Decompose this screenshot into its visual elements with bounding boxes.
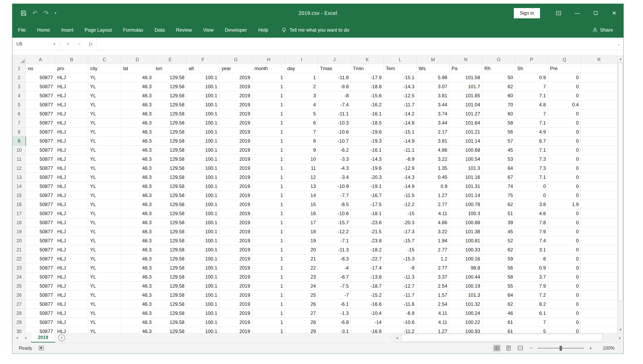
column-header-E[interactable]: E — [154, 56, 187, 64]
cell-H16[interactable]: 1 — [252, 200, 285, 209]
cell-H10[interactable]: 1 — [252, 146, 285, 155]
cell-O11[interactable]: 53 — [482, 155, 515, 164]
cell-C23[interactable]: YL — [88, 264, 121, 272]
column-header-M[interactable]: M — [417, 56, 449, 64]
row-header-8[interactable]: 8 — [13, 128, 26, 136]
column-header-H[interactable]: H — [252, 56, 285, 64]
cell-H8[interactable]: 1 — [252, 128, 285, 136]
column-header-O[interactable]: O — [482, 56, 515, 64]
cell-O27[interactable]: 62 — [482, 300, 515, 309]
cell-K5[interactable]: -16.2 — [351, 100, 384, 110]
cell-K18[interactable]: -23.6 — [351, 218, 384, 227]
cell-F2[interactable]: 100.1 — [187, 73, 220, 82]
cell-Q18[interactable]: 0 — [548, 218, 581, 227]
cell-P18[interactable]: 7.8 — [515, 218, 548, 227]
cell-O12[interactable]: 64 — [482, 164, 515, 173]
cell-K25[interactable]: -18.7 — [351, 282, 384, 291]
cell-R16[interactable] — [581, 200, 617, 209]
cell-L11[interactable]: -8.9 — [384, 155, 417, 164]
cell-H3[interactable]: 1 — [252, 82, 285, 91]
cell-C24[interactable]: YL — [88, 272, 121, 282]
column-header-F[interactable]: F — [187, 56, 220, 64]
cell-E23[interactable]: 129.58 — [154, 264, 187, 272]
cell-R5[interactable] — [581, 100, 617, 110]
cell-F25[interactable]: 100.1 — [187, 282, 220, 291]
cell-F26[interactable]: 100.1 — [187, 291, 220, 300]
cell-F13[interactable]: 100.1 — [187, 173, 220, 182]
cell-F23[interactable]: 100.1 — [187, 264, 220, 272]
row-header-2[interactable]: 2 — [13, 73, 26, 82]
cell-F17[interactable]: 100.1 — [187, 209, 220, 218]
cell-K2[interactable]: -17.9 — [351, 73, 384, 82]
cell-J30[interactable]: -3.1 — [318, 327, 351, 333]
cell-O28[interactable]: 46 — [482, 309, 515, 318]
cell-E10[interactable]: 129.58 — [154, 146, 187, 155]
cell-P10[interactable]: 7.1 — [515, 146, 548, 155]
cell-D16[interactable]: 46.3 — [121, 200, 154, 209]
cell-P29[interactable]: 7 — [515, 318, 548, 327]
row-header-11[interactable]: 11 — [13, 155, 26, 164]
cell-I30[interactable]: 29 — [285, 327, 318, 333]
cell-R3[interactable] — [581, 82, 617, 91]
cell-D25[interactable]: 46.3 — [121, 282, 154, 291]
ribbon-tab-developer[interactable]: Developer — [219, 22, 253, 38]
cell-C22[interactable]: YL — [88, 254, 121, 264]
cell-A14[interactable]: 50877 — [26, 182, 55, 191]
cell-H23[interactable]: 1 — [252, 264, 285, 272]
cell-D8[interactable]: 46.3 — [121, 128, 154, 136]
cell-O29[interactable]: 61 — [482, 318, 515, 327]
cell-H7[interactable]: 1 — [252, 118, 285, 128]
cell-H28[interactable]: 1 — [252, 309, 285, 318]
cell-R14[interactable] — [581, 182, 617, 191]
ribbon-tab-page-layout[interactable]: Page Layout — [79, 22, 118, 38]
cell-G9[interactable]: 2019 — [220, 136, 252, 146]
cell-F11[interactable]: 100.1 — [187, 155, 220, 164]
cell-A4[interactable]: 50877 — [26, 91, 55, 100]
column-header-I[interactable]: I — [285, 56, 318, 64]
cell-B24[interactable]: HLJ — [55, 272, 88, 282]
cell-H19[interactable]: 1 — [252, 227, 285, 236]
cell-A19[interactable]: 50877 — [26, 227, 55, 236]
cell-G16[interactable]: 2019 — [220, 200, 252, 209]
cell-H15[interactable]: 1 — [252, 191, 285, 200]
cell-C2[interactable]: YL — [88, 73, 121, 82]
cell-C12[interactable]: YL — [88, 164, 121, 173]
cell-F27[interactable]: 100.1 — [187, 300, 220, 309]
cell-P16[interactable]: 3.8 — [515, 200, 548, 209]
cell-N5[interactable]: 101.04 — [449, 100, 482, 110]
cell-I14[interactable]: 13 — [285, 182, 318, 191]
cell-P15[interactable]: 0 — [515, 191, 548, 200]
cell-R15[interactable] — [581, 191, 617, 200]
cell-C11[interactable]: YL — [88, 155, 121, 164]
horizontal-scroll-thumb[interactable] — [401, 334, 603, 342]
cell-M4[interactable]: 3.81 — [417, 91, 449, 100]
row-header-9[interactable]: 9 — [13, 136, 26, 146]
cell-B21[interactable]: HLJ — [55, 245, 88, 254]
cell-H20[interactable]: 1 — [252, 236, 285, 245]
cell-D28[interactable]: 46.3 — [121, 309, 154, 318]
row-header-30[interactable]: 30 — [13, 327, 26, 333]
cell-Q29[interactable]: 0 — [548, 318, 581, 327]
cell-D13[interactable]: 46.3 — [121, 173, 154, 182]
page-layout-view-icon[interactable] — [504, 344, 513, 352]
cell-P23[interactable]: 0.9 — [515, 264, 548, 272]
cell-E30[interactable]: 129.58 — [154, 327, 187, 333]
cell-D27[interactable]: 46.3 — [121, 300, 154, 309]
cell-C6[interactable]: YL — [88, 110, 121, 118]
cell-J28[interactable]: -1.3 — [318, 309, 351, 318]
cell-O25[interactable]: 55 — [482, 282, 515, 291]
cell-C16[interactable]: YL — [88, 200, 121, 209]
cell-D19[interactable]: 46.3 — [121, 227, 154, 236]
cell-K20[interactable]: -23.8 — [351, 236, 384, 245]
cell-R2[interactable] — [581, 73, 617, 82]
cell-J12[interactable]: -4.3 — [318, 164, 351, 173]
row-header-18[interactable]: 18 — [13, 218, 26, 227]
cell-A22[interactable]: 50877 — [26, 254, 55, 264]
cell-N15[interactable]: 101.14 — [449, 191, 482, 200]
cell-F21[interactable]: 100.1 — [187, 245, 220, 254]
cell-B29[interactable]: HLJ — [55, 318, 88, 327]
cell-F18[interactable]: 100.1 — [187, 218, 220, 227]
cell-N17[interactable]: 100.3 — [449, 209, 482, 218]
cell-P13[interactable]: 7.1 — [515, 173, 548, 182]
cell-H30[interactable]: 1 — [252, 327, 285, 333]
